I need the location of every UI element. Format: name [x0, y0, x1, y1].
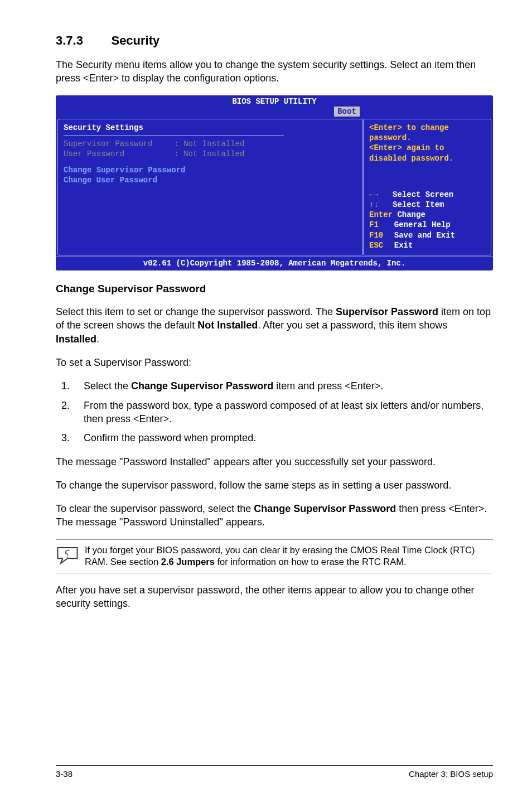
bios-right-panel: <Enter> to change password. <Enter> agai… — [363, 119, 491, 255]
user-password-row: User Password : Not Installed — [64, 149, 357, 159]
note-text: If you forget your BIOS password, you ca… — [85, 544, 493, 568]
divider — [64, 135, 284, 136]
bios-window: BIOS SETUP UTILITY Boot Security Setting… — [56, 95, 493, 271]
steps-list: Select the Change Supervisor Password it… — [56, 379, 493, 445]
security-settings-heading: Security Settings — [64, 123, 357, 133]
esc-label: Exit — [394, 241, 413, 250]
note-box: If you forget your BIOS password, you ca… — [56, 539, 493, 573]
password-installed-msg: The message "Password Installed" appears… — [56, 455, 493, 468]
bios-context-help: <Enter> to change password. <Enter> agai… — [369, 123, 485, 163]
bios-tab-row: Boot — [56, 107, 493, 118]
bios-tab-boot: Boot — [334, 107, 360, 117]
bios-footer: v02.61 (C)Copyright 1985-2008, American … — [56, 257, 493, 270]
intro-paragraph: The Security menu items allow you to cha… — [56, 58, 493, 85]
supervisor-password-row: Supervisor Password : Not Installed — [64, 139, 357, 149]
bios-title: BIOS SETUP UTILITY — [56, 95, 493, 107]
section-title: Security — [111, 33, 159, 47]
enter-label: Change — [397, 210, 425, 219]
esc-key: ESC — [369, 240, 385, 250]
change-supervisor-password-heading: Change Supervisor Password — [56, 283, 493, 295]
select-item-label: Select Item — [393, 200, 444, 209]
section-number: 3.7.3 — [56, 33, 109, 48]
step-3: Confirm the password when prompted. — [72, 431, 493, 445]
step-1: Select the Change Supervisor Password it… — [72, 379, 493, 393]
supervisor-password-value: : Not Installed — [174, 139, 244, 148]
page-footer: 3-38 Chapter 3: BIOS setup — [56, 765, 493, 779]
supervisor-description: Select this item to set or change the su… — [56, 305, 493, 346]
user-password-label: User Password — [64, 149, 170, 159]
chapter-label: Chapter 3: BIOS setup — [409, 769, 493, 779]
enter-key: Enter — [369, 210, 393, 220]
left-right-arrow-icon: ←→ — [369, 190, 379, 199]
section-heading: 3.7.3 Security — [56, 33, 493, 48]
f10-key: F10 — [369, 230, 385, 240]
f10-label: Save and Exit — [394, 231, 455, 240]
after-set-password: After you have set a supervisor password… — [56, 583, 493, 611]
up-down-arrow-icon: ↑↓ — [369, 200, 379, 209]
svg-point-0 — [67, 556, 68, 557]
to-set-password-label: To set a Supervisor Password: — [56, 356, 493, 369]
user-password-value: : Not Installed — [174, 149, 244, 158]
note-icon — [56, 544, 85, 568]
clear-password-msg: To clear the supervisor password, select… — [56, 502, 493, 529]
change-password-msg: To change the supervisor password, follo… — [56, 479, 493, 492]
change-supervisor-password-item[interactable]: Change Supervisor Password — [64, 165, 357, 175]
supervisor-password-label: Supervisor Password — [64, 139, 170, 149]
step-2: From the password box, type a password c… — [72, 399, 493, 426]
select-screen-label: Select Screen — [393, 190, 453, 199]
f1-key: F1 — [369, 220, 385, 230]
change-user-password-item[interactable]: Change User Password — [64, 175, 357, 185]
f1-label: General Help — [394, 220, 451, 229]
page-number: 3-38 — [56, 769, 72, 779]
bios-left-panel: Security Settings Supervisor Password : … — [57, 119, 363, 255]
bios-key-legend: ←→ Select Screen ↑↓ Select Item Enter Ch… — [369, 190, 485, 250]
